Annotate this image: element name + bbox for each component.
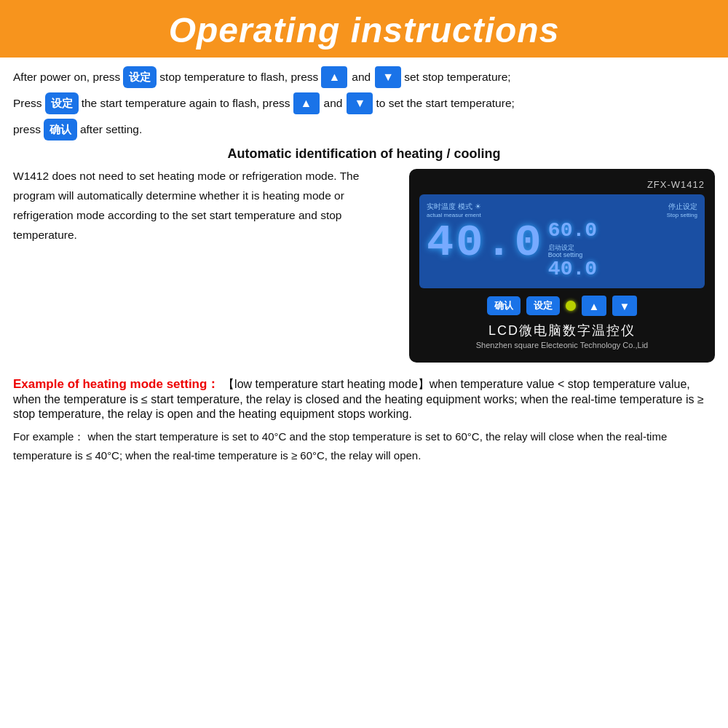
- lcd-arrow-down-btn[interactable]: ▼: [612, 296, 637, 316]
- line1-post: set stop temperature;: [404, 68, 510, 87]
- device-name-en: Shenzhen square Electeonic Technology Co…: [419, 341, 705, 349]
- line1-pre: After power on, press: [13, 68, 120, 87]
- btn-sheding-2[interactable]: 设定: [45, 92, 79, 114]
- device-name-cn: LCD微电脑数字温控仪: [419, 322, 705, 339]
- lcd-boot-number: 40.0: [548, 259, 697, 280]
- arrow-down-btn-2[interactable]: ▼: [347, 92, 373, 114]
- example-section: Example of heating mode setting： 【low te…: [13, 376, 715, 466]
- line1-and: and: [352, 68, 371, 87]
- instruction-line-1: After power on, press 设定 stop temperatur…: [13, 66, 715, 88]
- auto-section: W1412 does not need to set heating mode …: [13, 166, 715, 363]
- btn-queren[interactable]: 确认: [44, 119, 77, 141]
- lcd-boot-label-zh: 启动设定: [548, 244, 697, 252]
- line2-pre: Press: [13, 94, 42, 113]
- lcd-top-right-zh: 停止设定: [667, 202, 697, 212]
- for-example-text: For example： when the start temperature …: [13, 427, 715, 466]
- lcd-main-row: 40.0 60.0 启动设定 Boot setting 40.0: [427, 221, 697, 283]
- lcd-arrow-up-btn[interactable]: ▲: [582, 296, 606, 316]
- line3-post: after setting.: [80, 120, 142, 139]
- lcd-stop-block: 60.0: [548, 221, 697, 241]
- lcd-big-number: 40.0: [427, 221, 548, 266]
- arrow-up-btn-2[interactable]: ▲: [293, 92, 320, 114]
- page-title: Operating instructions: [0, 10, 728, 50]
- lcd-screen: 实时温度 模式 ☀ actual measur ement 停止设定 Stop …: [419, 194, 705, 289]
- line2-and: and: [324, 94, 343, 113]
- device-image: ZFX-W1412 实时温度 模式 ☀ actual measur ement …: [409, 169, 715, 363]
- example-title: Example of heating mode setting： 【low te…: [13, 376, 715, 422]
- lcd-buttons-row: 确认 设定 ▲ ▼: [419, 296, 705, 316]
- lcd-right-col: 60.0 启动设定 Boot setting 40.0: [548, 221, 697, 283]
- auto-section-title: Automatic identification of heating / co…: [13, 146, 715, 162]
- instruction-line-3: press 确认 after setting.: [13, 119, 715, 141]
- line2-post: to set the start temperature;: [376, 94, 514, 113]
- line1-mid: stop temperature to flash, press: [159, 68, 318, 87]
- btn-sheding-1[interactable]: 设定: [123, 66, 157, 88]
- auto-section-body: W1412 does not need to set heating mode …: [13, 166, 409, 245]
- instruction-line-2: Press 设定 the start temperature again to …: [13, 92, 715, 114]
- arrow-down-btn-1[interactable]: ▼: [375, 66, 401, 88]
- lcd-btn-set[interactable]: 设定: [526, 296, 560, 315]
- arrow-up-btn-1[interactable]: ▲: [321, 66, 347, 88]
- lcd-top-right-en: Stop setting: [667, 212, 697, 218]
- lcd-boot-block: 启动设定 Boot setting 40.0: [548, 244, 697, 280]
- lcd-top-right: 停止设定 Stop setting: [667, 202, 697, 218]
- lcd-top-left-zh: 实时温度 模式 ☀: [427, 202, 481, 212]
- lcd-top-row: 实时温度 模式 ☀ actual measur ement 停止设定 Stop …: [427, 202, 697, 218]
- example-title-red: Example of heating mode setting：: [13, 377, 219, 391]
- line2-mid: the start temperature again to flash, pr…: [82, 94, 290, 113]
- line3-pre: press: [13, 120, 41, 139]
- lcd-led-indicator: [566, 301, 576, 311]
- header-bar: Operating instructions: [0, 0, 728, 58]
- device-model: ZFX-W1412: [419, 179, 705, 190]
- lcd-stop-number: 60.0: [548, 221, 697, 241]
- content-area: After power on, press 设定 stop temperatur…: [0, 58, 728, 473]
- lcd-top-left: 实时温度 模式 ☀ actual measur ement: [427, 202, 481, 218]
- lcd-btn-confirm[interactable]: 确认: [487, 296, 521, 315]
